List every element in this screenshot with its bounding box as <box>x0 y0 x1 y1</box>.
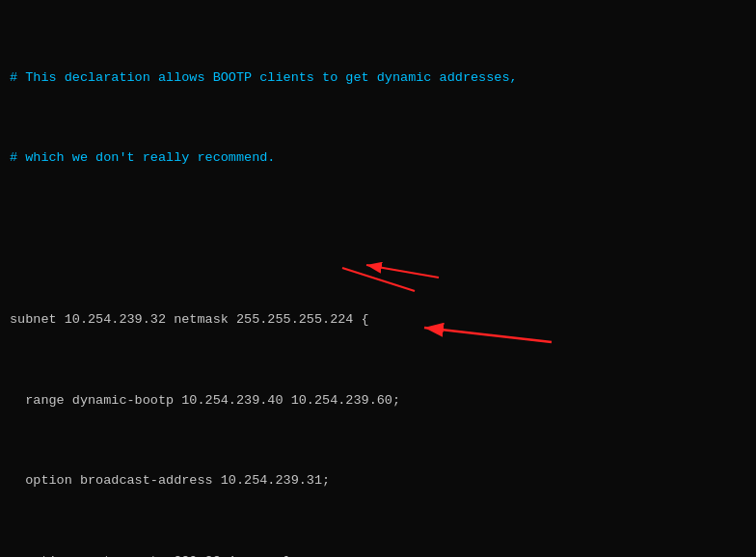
comment-1: # This declaration allows BOOTP clients … <box>10 70 518 85</box>
comment-2: # which we don't really recommend. <box>10 150 275 165</box>
line-6: option broadcast-address 10.254.239.31; <box>10 471 746 491</box>
line-3-blank <box>10 229 746 250</box>
line-1: # This declaration allows BOOTP clients … <box>10 68 746 89</box>
code-editor: # This declaration allows BOOTP clients … <box>0 0 756 557</box>
line-2: # which we don't really recommend. <box>10 148 746 169</box>
line-5: range dynamic-bootp 10.254.239.40 10.254… <box>10 391 746 411</box>
line-7: option routers rtr-239-32-1.example.org; <box>10 552 746 557</box>
line-4: subnet 10.254.239.32 netmask 255.255.255… <box>10 310 746 331</box>
